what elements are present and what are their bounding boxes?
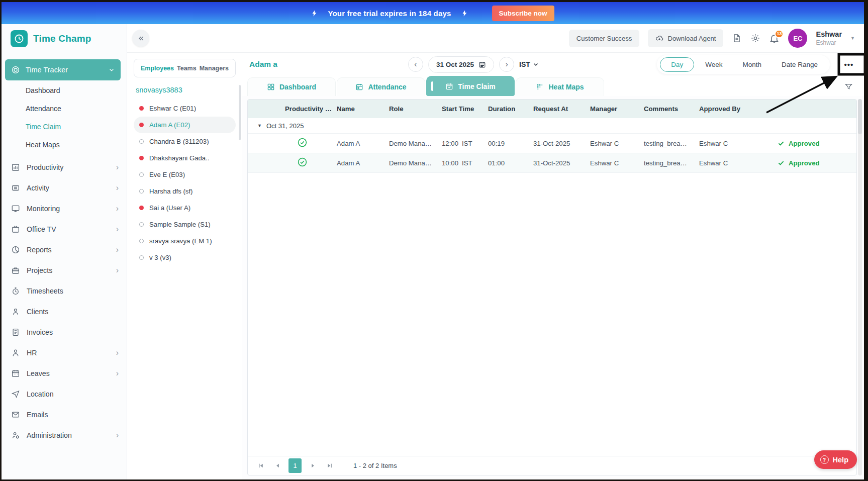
collapse-caret-icon[interactable]: ▼: [257, 123, 262, 128]
tab-heat-maps[interactable]: Heat Maps: [516, 77, 604, 96]
tab-dashboard[interactable]: Dashboard: [247, 77, 336, 96]
timezone-select[interactable]: IST: [519, 60, 539, 68]
range-month[interactable]: Month: [733, 57, 770, 72]
employee-panel-scrollbar[interactable]: [239, 85, 241, 140]
help-button[interactable]: ? Help: [814, 450, 857, 469]
notifications-button[interactable]: 13: [769, 33, 780, 44]
employee-list-item[interactable]: Sai a (User A): [134, 200, 236, 216]
tab-time-claim[interactable]: Time Claim: [426, 76, 515, 96]
person-icon: [11, 307, 20, 316]
sidebar-item-productivity[interactable]: Productivity›: [2, 157, 127, 177]
first-page-button[interactable]: [255, 460, 266, 471]
sidebar-item-office-tv[interactable]: Office TV›: [2, 219, 127, 239]
employee-list-item[interactable]: Dhakshayani Gada..: [134, 150, 236, 166]
tab-employees[interactable]: Employees: [141, 65, 174, 72]
settings-button[interactable]: [750, 33, 760, 43]
sidebar-item-activity[interactable]: Activity›: [2, 177, 127, 198]
employee-list-item-selected[interactable]: Adam A (E02): [134, 117, 236, 133]
tab-teams[interactable]: Teams: [177, 65, 197, 72]
productivity-status-cell: [283, 137, 335, 149]
column-comments[interactable]: Comments: [642, 105, 697, 113]
column-request-at[interactable]: Request At: [531, 105, 588, 113]
range-week[interactable]: Week: [696, 57, 731, 72]
user-menu[interactable]: Eshwar Eshwar: [816, 30, 842, 46]
sidebar-nav: Time Tracker Dashboard Attendance Time C…: [2, 53, 127, 445]
range-day[interactable]: Day: [660, 57, 694, 72]
sidebar-item-clients[interactable]: Clients: [2, 301, 127, 322]
previous-page-icon: [275, 463, 280, 468]
previous-day-button[interactable]: ‹: [408, 57, 423, 72]
page-1-button[interactable]: 1: [288, 458, 302, 473]
sidebar-subitem-dashboard[interactable]: Dashboard: [2, 81, 127, 100]
sidebar-item-time-tracker[interactable]: Time Tracker: [5, 59, 121, 80]
employee-list-item[interactable]: Eve E (E03): [134, 166, 236, 183]
range-date-range[interactable]: Date Range: [773, 57, 827, 72]
timezone-value: IST: [519, 60, 530, 68]
next-page-button[interactable]: [307, 460, 318, 471]
avatar[interactable]: EC: [788, 29, 807, 48]
column-productivity[interactable]: Productivity …: [283, 105, 335, 113]
sidebar-item-projects[interactable]: Projects›: [2, 260, 127, 280]
tab-managers[interactable]: Managers: [200, 65, 229, 72]
sidebar-item-label: Administration: [27, 431, 72, 439]
sidebar-item-location[interactable]: Location: [2, 383, 127, 404]
next-day-button[interactable]: ›: [499, 57, 514, 72]
chevron-right-icon: ›: [116, 205, 119, 213]
date-picker[interactable]: 31 Oct 2025: [428, 56, 494, 73]
help-label: Help: [833, 456, 848, 464]
document-button[interactable]: [732, 33, 742, 43]
sidebar-subitem-attendance[interactable]: Attendance: [2, 100, 127, 118]
date-group-row[interactable]: ▼ Oct 31, 2025: [248, 118, 856, 134]
sidebar-item-emails[interactable]: Emails: [2, 404, 127, 425]
previous-page-button[interactable]: [272, 460, 283, 471]
chevron-down-icon[interactable]: ▼: [850, 36, 855, 41]
sidebar-subitem-heat-maps[interactable]: Heat Maps: [2, 136, 127, 154]
download-agent-button[interactable]: Download Agent: [648, 29, 723, 47]
column-duration[interactable]: Duration: [486, 105, 531, 113]
employee-name: Harsha dfs (sf): [149, 187, 192, 195]
sidebar-subitem-time-claim[interactable]: Time Claim: [2, 118, 127, 136]
tab-attendance[interactable]: Attendance: [337, 77, 425, 96]
table-row[interactable]: Adam A Demo Mana… 12:00IST 00:19 31-Oct-…: [248, 134, 856, 153]
sidebar-item-timesheets[interactable]: Timesheets: [2, 280, 127, 301]
table-empty-area: [248, 173, 856, 456]
toolbar: Adam a ‹ 31 Oct 2025 › IST: [242, 53, 864, 76]
column-manager[interactable]: Manager: [588, 105, 642, 113]
paper-plane-icon: [11, 390, 20, 399]
employee-list-item[interactable]: Sample Sample (S1): [134, 216, 236, 233]
next-page-icon: [310, 463, 316, 468]
envelope-icon: [11, 410, 20, 419]
sidebar-item-invoices[interactable]: Invoices: [2, 322, 127, 342]
employee-list-item[interactable]: Eshwar C (E01): [134, 100, 236, 117]
sidebar-collapse-button[interactable]: [132, 30, 149, 47]
last-page-button[interactable]: [324, 460, 335, 471]
column-role[interactable]: Role: [387, 105, 440, 113]
employee-list-item[interactable]: Chandra B (311203): [134, 133, 236, 150]
gear-icon: [750, 33, 760, 43]
more-options-button[interactable]: •••: [837, 55, 861, 74]
employee-list-item[interactable]: sravya sravya (EM 1): [134, 233, 236, 249]
calendar-icon: [355, 83, 363, 91]
scrollbar-thumb[interactable]: [858, 99, 862, 134]
column-name[interactable]: Name: [335, 105, 387, 113]
sidebar-item-label: Productivity: [27, 163, 63, 171]
employee-name: Eshwar C (E01): [149, 105, 196, 112]
filter-button[interactable]: [844, 82, 853, 93]
user-subtitle: Eshwar: [816, 39, 842, 46]
column-start-time[interactable]: Start Time: [440, 105, 486, 113]
employee-name: Sample Sample (S1): [149, 221, 211, 228]
employee-list-item[interactable]: v 3 (v3): [134, 249, 236, 266]
subscribe-now-button[interactable]: Subscribe now: [492, 6, 554, 21]
sidebar-item-monitoring[interactable]: Monitoring›: [2, 198, 127, 219]
table-row[interactable]: Adam A Demo Mana… 10:00IST 01:00 31-Oct-…: [248, 153, 856, 173]
employee-group-name[interactable]: snovasys3883: [136, 86, 236, 94]
app-window: Your free trial expires in 184 days Subs…: [0, 0, 868, 481]
sidebar-item-hr[interactable]: HR›: [2, 342, 127, 363]
employee-list-item[interactable]: Harsha dfs (sf): [134, 183, 236, 200]
sidebar-item-leaves[interactable]: Leaves›: [2, 363, 127, 383]
vertical-scrollbar[interactable]: [858, 99, 862, 475]
customer-success-button[interactable]: Customer Success: [569, 30, 640, 47]
sidebar-item-reports[interactable]: Reports›: [2, 239, 127, 260]
column-approved-by[interactable]: Approved By: [697, 105, 776, 113]
sidebar-item-administration[interactable]: Administration›: [2, 425, 127, 445]
